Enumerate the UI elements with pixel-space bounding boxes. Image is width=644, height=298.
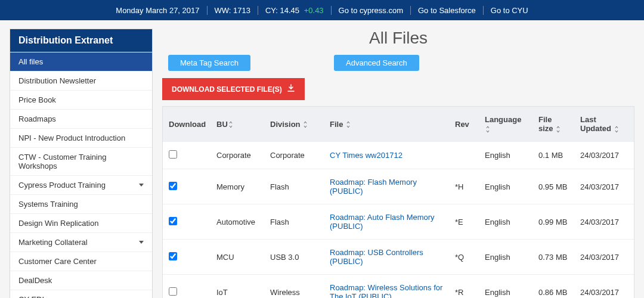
cell-rev: *E [449,209,479,235]
topbar-date: Monday March 27, 2017 [109,6,207,15]
cell-file-link[interactable]: CY Times ww201712 [324,142,449,168]
chevron-down-icon [139,184,144,187]
cell-updated: 24/03/2017 [574,280,634,299]
chevron-down-icon [139,241,144,244]
sidebar-title: Distribution Extranet [10,29,152,52]
advanced-search-button[interactable]: Advanced Search [334,55,419,71]
cell-bu: Memory [210,174,264,200]
table-row: IoTWirelessRoadmap: Wireless Solutions f… [163,274,634,298]
sort-icon [555,126,561,133]
cell-size: 0.1 MB [532,142,574,168]
cell-rev [449,147,479,164]
cell-bu: MCU [210,244,264,270]
topbar-link-cyu[interactable]: Go to CYU [491,6,528,15]
topbar-ww: WW: 1713 [208,6,258,15]
stock-label: CY: 14.45 [265,6,299,15]
sidebar-item-label: DealDesk [18,276,52,285]
sidebar-item-label: NPI - New Product Introduction [18,134,125,142]
row-checkbox[interactable] [169,217,177,225]
cell-division: USB 3.0 [264,244,324,270]
cell-rev: *H [449,174,479,200]
row-checkbox[interactable] [169,182,177,190]
sidebar-item-label: Distribution Newsletter [18,76,96,85]
col-last-updated[interactable]: Last Updated [574,107,634,141]
sidebar-item[interactable]: Customer Care Center [10,252,152,271]
cell-updated: 24/03/2017 [574,174,634,200]
sort-icon [228,121,234,128]
sidebar-item[interactable]: DealDesk [10,271,152,290]
sidebar-item-label: CTW - Customer Training Workshops [18,153,144,170]
sort-icon [485,126,491,133]
sidebar-item-label: Roadmaps [18,114,56,123]
sidebar-item-label: Customer Care Center [18,257,97,266]
cell-language: English [479,174,532,200]
topbar-stock: CY: 14.45 +0.43 [258,6,332,15]
topbar-link-cypress[interactable]: Go to cypress.com [339,6,403,15]
download-selected-button[interactable]: DOWNLOAD SELECTED FILE(S) [162,78,305,100]
col-bu[interactable]: BU [210,111,264,137]
meta-tag-search-button[interactable]: Meta Tag Search [168,55,250,71]
sidebar-item-label: CY EDI [18,295,44,298]
cell-size: 0.86 MB [532,280,574,299]
cell-updated: 24/03/2017 [574,142,634,168]
sidebar-item-label: Cypress Product Training [18,181,106,190]
row-checkbox[interactable] [169,150,177,159]
col-language[interactable]: Language [479,107,532,141]
sort-icon [302,121,308,128]
sidebar-item[interactable]: Roadmaps [10,109,152,128]
cell-size: 0.99 MB [532,209,574,235]
table-row: AutomotiveFlashRoadmap: Auto Flash Memor… [163,204,634,239]
download-selected-label: DOWNLOAD SELECTED FILE(S) [172,85,282,94]
table-row: CorporateCorporateCY Times ww201712Engli… [163,141,634,169]
sidebar-item[interactable]: All files [10,52,152,71]
col-file[interactable]: File [324,111,449,137]
sidebar-item-label: Marketing Collateral [18,238,88,247]
stock-delta: +0.43 [304,6,324,15]
sidebar-item[interactable]: Systems Training [10,194,152,213]
cell-file-link[interactable]: Roadmap: USB Controllers (PUBLIC) [324,240,449,274]
cell-updated: 24/03/2017 [574,209,634,235]
cell-division: Flash [264,174,324,200]
col-division[interactable]: Division [264,111,324,137]
cell-bu: Automotive [210,209,264,235]
sidebar-item-label: Design Win Replication [18,219,98,228]
topbar: Monday March 27, 2017 WW: 1713 CY: 14.45… [0,0,644,20]
sidebar-item-label: Systems Training [18,200,78,209]
col-file-size[interactable]: File size [532,107,574,141]
sidebar-item[interactable]: Design Win Replication [10,213,152,232]
sidebar-item[interactable]: NPI - New Product Introduction [10,128,152,147]
sidebar-item-label: All files [18,57,43,66]
row-checkbox[interactable] [169,252,177,260]
download-icon [287,84,295,94]
cell-updated: 24/03/2017 [574,244,634,270]
cell-rev: *Q [449,244,479,270]
cell-file-link[interactable]: Roadmap: Wireless Solutions for The IoT … [324,275,449,298]
sidebar-item-label: Price Book [18,95,56,104]
sidebar-item[interactable]: CY EDI [10,290,152,298]
cell-size: 0.95 MB [532,174,574,200]
table-row: MemoryFlashRoadmap: Flash Memory (PUBLIC… [163,169,634,204]
cell-division: Flash [264,209,324,235]
table-row: MCUUSB 3.0Roadmap: USB Controllers (PUBL… [163,239,634,274]
cell-bu: IoT [210,280,264,299]
sidebar-item[interactable]: Distribution Newsletter [10,71,152,90]
cell-size: 0.73 MB [532,244,574,270]
cell-language: English [479,142,532,168]
sidebar-item[interactable]: CTW - Customer Training Workshops [10,147,152,175]
sidebar-item[interactable]: Cypress Product Training [10,175,152,194]
cell-file-link[interactable]: Roadmap: Flash Memory (PUBLIC) [324,169,449,204]
files-table: Download BU Division File Rev Language F… [162,106,634,298]
sort-icon [345,121,351,128]
sidebar-item[interactable]: Marketing Collateral [10,232,152,252]
row-checkbox[interactable] [169,287,177,296]
topbar-link-salesforce[interactable]: Go to Salesforce [418,6,476,15]
sort-icon [614,126,620,133]
table-header: Download BU Division File Rev Language F… [163,107,634,141]
page-title: All Files [162,29,634,48]
sidebar-item[interactable]: Price Book [10,90,152,109]
cell-file-link[interactable]: Roadmap: Auto Flash Memory (PUBLIC) [324,204,449,239]
cell-division: Corporate [264,142,324,168]
cell-language: English [479,244,532,270]
cell-division: Wireless [264,280,324,299]
sidebar: Distribution Extranet All filesDistribut… [10,29,153,298]
